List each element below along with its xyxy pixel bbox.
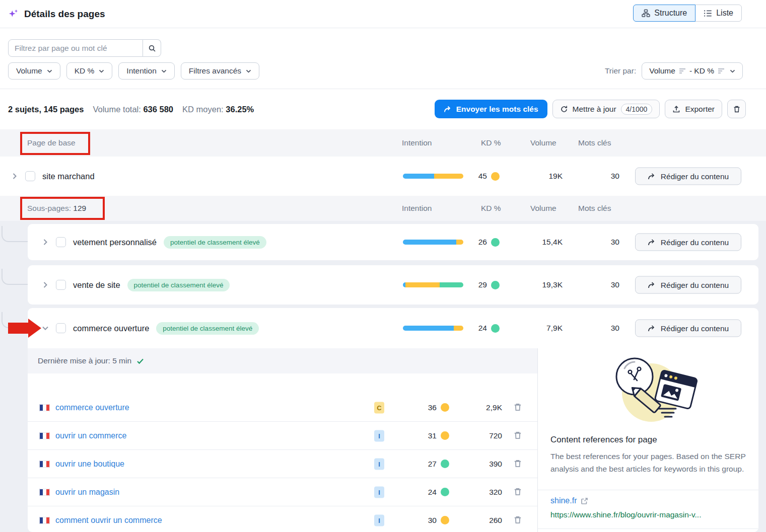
delete-keyword-button[interactable] (513, 515, 523, 525)
row-name: commerce ouverture (73, 324, 149, 333)
volume-cell: 15,4K (514, 224, 563, 260)
sort-label: Trier par: (605, 66, 636, 75)
row-checkbox[interactable] (56, 280, 66, 290)
tree-connector (2, 269, 28, 285)
trash-icon (733, 105, 741, 113)
kd-dot (441, 516, 449, 524)
france-flag-icon (39, 404, 50, 411)
keyword-link[interactable]: ouvrir une boutique (55, 460, 124, 469)
keyword-link[interactable]: commerce ouverture (55, 403, 129, 412)
delete-keyword-button[interactable] (513, 459, 523, 469)
rediger-contenu-button[interactable]: Rédiger du contenu (635, 320, 741, 337)
reference-domain-label: shine.fr (550, 496, 577, 505)
delete-keyword-button[interactable] (513, 403, 523, 413)
annotation-arrow (8, 323, 28, 334)
column-kd: KD % (481, 138, 501, 147)
last-update-text: Dernière mise à jour: 5 min (38, 356, 131, 365)
keyword-link[interactable]: ouvrir un commerce (55, 431, 126, 440)
france-flag-icon (39, 461, 50, 468)
filter-avances[interactable]: Filtres avancés (181, 62, 259, 80)
france-flag-icon (39, 489, 50, 496)
kd-cell: 26 (463, 224, 500, 260)
base-page-header-label: Page de base (27, 138, 76, 147)
list-icon (704, 9, 712, 18)
row-name: site marchand (42, 172, 95, 181)
kd-cell: 36 (403, 394, 449, 421)
side-panel-title: Content references for page (550, 435, 657, 445)
column-volume: Volume (530, 204, 556, 213)
kd-avg-label: KD moyen: (182, 105, 224, 114)
export-icon (672, 105, 680, 113)
kd-dot (441, 403, 449, 412)
volume-cell: 7,9K (514, 308, 563, 348)
subpages-header-label: Sous-pages: 129 (27, 204, 86, 213)
ranking-potential-badge: potentiel de classement élevé (156, 322, 259, 335)
volume-cell: 2,9K (461, 394, 502, 421)
sort-select[interactable]: Volume - KD % (642, 62, 743, 80)
send-keywords-label: Envoyer les mots clés (456, 105, 538, 114)
delete-all-button[interactable] (727, 100, 746, 118)
sitemap-icon (642, 9, 650, 18)
expand-chevron-right-icon[interactable] (42, 239, 49, 246)
redirect-arrow-icon (648, 172, 656, 180)
search-input[interactable] (8, 39, 143, 57)
last-update-bar: Dernière mise à jour: 5 min (28, 348, 537, 373)
sort-value-kd: - KD % (689, 66, 714, 75)
toggle-liste-label: Liste (716, 9, 733, 18)
redirect-arrow-icon (648, 281, 656, 289)
chevron-down-icon (161, 69, 167, 73)
redirect-arrow-icon (444, 105, 452, 113)
row-name: vente de site (73, 280, 120, 290)
filter-intention[interactable]: Intention (118, 62, 174, 80)
export-button[interactable]: Exporter (665, 100, 722, 118)
refresh-icon (560, 105, 568, 113)
row-checkbox[interactable] (25, 171, 35, 181)
column-volume: Volume (530, 138, 556, 147)
external-link-icon (581, 497, 588, 505)
reference-url-link[interactable]: https://www.shine.fr/blog/ouvrir-magasin… (550, 510, 702, 519)
toggle-structure[interactable]: Structure (633, 5, 695, 22)
annotation-arrow-head (28, 319, 41, 338)
delete-keyword-button[interactable] (513, 431, 523, 441)
expand-chevron-right-icon[interactable] (11, 173, 18, 180)
delete-keyword-button[interactable] (513, 487, 523, 497)
kd-cell: 29 (463, 265, 500, 305)
table-row-site-marchand: site marchand 45 19K 30 Rédiger du conte… (0, 157, 766, 196)
filter-kd[interactable]: KD % (66, 62, 113, 80)
table-row-vente-de-site: vente de site potentiel de classement él… (28, 265, 758, 305)
toggle-liste[interactable]: Liste (695, 5, 742, 22)
row-checkbox[interactable] (56, 323, 66, 333)
keyword-link[interactable]: comment ouvrir un commerce (55, 516, 162, 525)
chevron-down-icon (246, 69, 251, 73)
subpages-header-row: Sous-pages: 129 Intention KD % Volume Mo… (0, 196, 766, 221)
filter-kd-label: KD % (75, 66, 95, 75)
rediger-contenu-button[interactable]: Rédiger du contenu (635, 234, 741, 251)
rediger-contenu-button[interactable]: Rédiger du contenu (635, 168, 741, 185)
divider (538, 490, 758, 490)
stats-row: 2 sujets, 145 pages Volume total: 636 58… (0, 89, 766, 129)
update-button[interactable]: Mettre à jour 4/1000 (552, 100, 660, 118)
rediger-contenu-button[interactable]: Rédiger du contenu (635, 276, 741, 294)
expand-chevron-right-icon[interactable] (42, 281, 49, 288)
intent-badge: C (374, 402, 384, 413)
intention-bar (403, 240, 463, 245)
kd-avg-value: 36.25% (226, 105, 254, 114)
kd-cell: 45 (463, 157, 500, 196)
column-mots-cles: Mots clés (578, 138, 611, 147)
reference-domain-link[interactable]: shine.fr (550, 496, 588, 505)
kd-cell: 24 (463, 308, 500, 348)
collapse-chevron-down-icon[interactable] (42, 325, 49, 332)
sort-value-volume: Volume (649, 66, 675, 75)
divider (538, 528, 758, 529)
keyword-link[interactable]: ouvrir un magasin (55, 488, 119, 497)
search-icon (148, 44, 156, 52)
keyword-row: commerce ouverture C 36 2,9K (28, 394, 537, 422)
volume-cell: 260 (461, 506, 502, 532)
filter-volume[interactable]: Volume (8, 62, 60, 80)
base-page-header-row: Page de base Intention KD % Volume Mots … (0, 129, 766, 157)
row-checkbox[interactable] (56, 237, 66, 247)
search-button[interactable] (143, 39, 161, 57)
mots-cles-cell: 30 (574, 308, 619, 348)
send-keywords-button[interactable]: Envoyer les mots clés (435, 100, 547, 118)
table-row-vetement-personnalise: vetement personnalisé potentiel de class… (28, 224, 758, 260)
